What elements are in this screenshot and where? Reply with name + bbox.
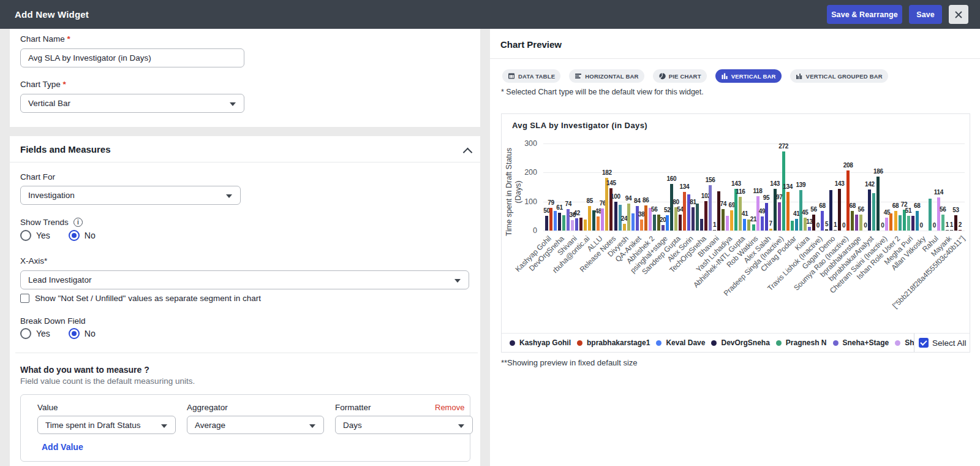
bar[interactable] bbox=[846, 170, 850, 231]
bar[interactable] bbox=[713, 230, 716, 231]
bar[interactable] bbox=[700, 219, 703, 231]
select-all-label[interactable]: Select All bbox=[932, 338, 967, 348]
bar[interactable] bbox=[834, 230, 837, 231]
break-down-yes-label[interactable]: Yes bbox=[36, 329, 50, 338]
bar[interactable] bbox=[623, 224, 626, 231]
bar[interactable] bbox=[899, 215, 902, 231]
bar[interactable] bbox=[894, 211, 897, 231]
legend-item[interactable]: Shivani bbox=[895, 338, 914, 347]
break-down-no-label[interactable]: No bbox=[85, 329, 96, 338]
bar[interactable] bbox=[584, 220, 587, 231]
bar[interactable] bbox=[752, 224, 755, 231]
bar[interactable] bbox=[554, 211, 557, 231]
bar[interactable] bbox=[821, 211, 824, 231]
legend-item[interactable]: Sneha+Stage bbox=[833, 338, 889, 347]
bar[interactable] bbox=[597, 216, 600, 231]
bar[interactable] bbox=[941, 215, 944, 231]
bar[interactable] bbox=[855, 215, 858, 231]
chart-name-input[interactable]: Avg SLA by Investigator (in Days) bbox=[20, 48, 244, 67]
chart-type-tab-vertical-bar[interactable]: VERTICAL BAR bbox=[715, 69, 782, 83]
bar[interactable] bbox=[679, 215, 682, 231]
bar[interactable] bbox=[954, 215, 957, 231]
bar[interactable] bbox=[666, 215, 669, 231]
chart-for-select[interactable]: Investigation bbox=[20, 186, 241, 205]
bar[interactable] bbox=[692, 207, 695, 231]
bar[interactable] bbox=[722, 209, 725, 231]
bar[interactable] bbox=[670, 184, 673, 231]
bar[interactable] bbox=[765, 203, 768, 231]
show-trends-yes-label[interactable]: Yes bbox=[36, 231, 50, 240]
not-set-checkbox-label[interactable]: Show "Not Set / Unfilled" values as sepa… bbox=[35, 294, 261, 303]
legend-item[interactable]: Pragnesh N bbox=[776, 338, 827, 347]
chart-type-tab-vertical-grouped-bar[interactable]: VERTICAL GROUPED BAR bbox=[790, 69, 888, 83]
bar[interactable] bbox=[640, 220, 643, 231]
legend-item[interactable]: Keval Dave bbox=[656, 338, 705, 347]
chart-type-tab-data-table[interactable]: DATA TABLE bbox=[502, 69, 560, 83]
bar[interactable] bbox=[825, 229, 828, 231]
legend-item[interactable]: DevOrgSneha bbox=[711, 338, 769, 347]
bar[interactable] bbox=[872, 193, 875, 231]
bar[interactable] bbox=[838, 189, 841, 231]
bar[interactable] bbox=[851, 211, 854, 231]
bar[interactable] bbox=[937, 197, 940, 231]
save-button[interactable]: Save bbox=[909, 5, 942, 24]
x-axis-select[interactable]: Lead Investigator bbox=[20, 270, 469, 289]
bar[interactable] bbox=[885, 218, 888, 231]
formatter-select[interactable]: Days bbox=[335, 416, 473, 434]
bar[interactable] bbox=[717, 191, 720, 231]
chart-type-tab-horizontal-bar[interactable]: HORIZONTAL BAR bbox=[569, 69, 644, 83]
chart-type-select[interactable]: Vertical Bar bbox=[20, 94, 244, 113]
bar[interactable] bbox=[662, 225, 665, 231]
bar[interactable] bbox=[614, 202, 617, 231]
aggregator-select[interactable]: Average bbox=[187, 416, 324, 434]
chart-type-tab-pie-chart[interactable]: PIE CHART bbox=[653, 69, 707, 83]
bar[interactable] bbox=[571, 220, 574, 231]
bar[interactable] bbox=[876, 177, 880, 231]
close-button[interactable] bbox=[949, 5, 968, 24]
bar[interactable] bbox=[761, 216, 764, 231]
bar[interactable] bbox=[743, 219, 746, 231]
measure-value-select[interactable]: Time spent in Draft Status bbox=[37, 416, 176, 434]
legend-item[interactable]: Kashyap Gohil bbox=[510, 338, 571, 347]
bar[interactable] bbox=[653, 215, 656, 231]
bar[interactable] bbox=[709, 185, 712, 231]
bar[interactable] bbox=[588, 206, 591, 231]
bar[interactable] bbox=[778, 202, 781, 231]
info-icon[interactable]: i bbox=[74, 218, 83, 227]
save-rearrange-button[interactable]: Save & Rearrange bbox=[827, 5, 902, 24]
bar[interactable] bbox=[730, 210, 733, 231]
break-down-yes-radio[interactable] bbox=[20, 328, 31, 339]
add-value-link[interactable]: Add Value bbox=[42, 442, 83, 452]
bar[interactable] bbox=[868, 189, 871, 231]
bar[interactable] bbox=[644, 205, 647, 231]
show-trends-yes-radio[interactable] bbox=[20, 230, 31, 241]
bar[interactable] bbox=[829, 190, 832, 231]
remove-link[interactable]: Remove bbox=[435, 403, 464, 412]
bar[interactable] bbox=[575, 218, 578, 231]
bar[interactable] bbox=[549, 208, 552, 231]
bar[interactable] bbox=[911, 216, 914, 231]
bar[interactable] bbox=[631, 213, 635, 231]
bar[interactable] bbox=[859, 215, 862, 231]
select-all-checkbox[interactable] bbox=[919, 338, 929, 348]
show-trends-no-label[interactable]: No bbox=[85, 231, 96, 240]
legend-item[interactable]: bprabhakarstage1 bbox=[577, 338, 650, 347]
bar[interactable] bbox=[782, 151, 785, 231]
bar[interactable] bbox=[795, 219, 798, 231]
bar[interactable] bbox=[627, 204, 630, 231]
bar[interactable] bbox=[601, 208, 604, 231]
collapse-section-button[interactable] bbox=[464, 147, 471, 158]
bar[interactable] bbox=[959, 230, 962, 231]
bar[interactable] bbox=[734, 189, 737, 231]
bar[interactable] bbox=[558, 213, 561, 231]
not-set-checkbox[interactable] bbox=[20, 294, 29, 303]
bar[interactable] bbox=[786, 192, 790, 231]
bar[interactable] bbox=[812, 215, 815, 231]
bar[interactable] bbox=[929, 199, 932, 231]
bar[interactable] bbox=[579, 218, 582, 231]
bar[interactable] bbox=[808, 227, 811, 231]
bar[interactable] bbox=[916, 211, 919, 231]
bar[interactable] bbox=[769, 229, 772, 231]
bar[interactable] bbox=[726, 216, 729, 231]
bar[interactable] bbox=[907, 216, 910, 231]
